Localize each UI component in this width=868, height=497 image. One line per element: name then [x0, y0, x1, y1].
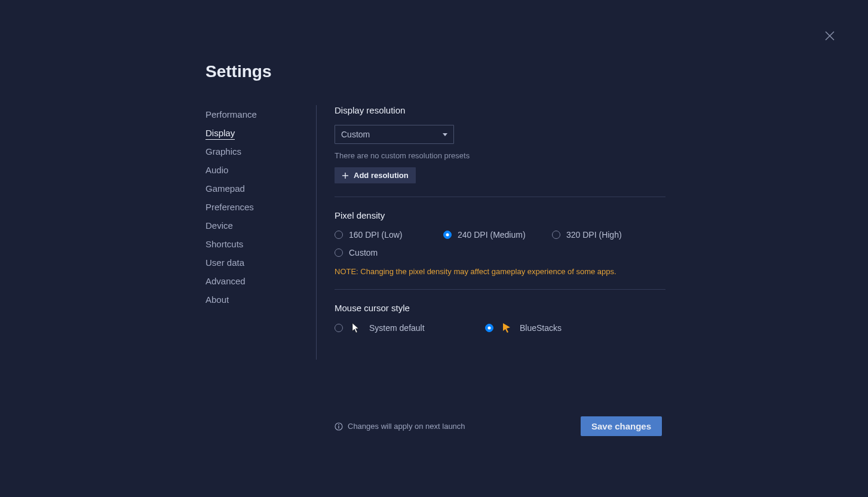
sidebar-item-performance[interactable]: Performance	[206, 105, 304, 124]
pixel-density-note: NOTE: Changing the pixel density may aff…	[335, 267, 665, 276]
cursor-system-icon	[351, 323, 361, 333]
sidebar-item-label: Audio	[206, 165, 228, 175]
info-icon	[335, 422, 343, 431]
sidebar-item-display[interactable]: Display	[206, 124, 304, 142]
sidebar-item-advanced[interactable]: Advanced	[206, 272, 304, 290]
sidebar-item-label: About	[206, 294, 229, 305]
dpi-radio-custom[interactable]: Custom	[335, 248, 443, 257]
sidebar-item-audio[interactable]: Audio	[206, 161, 304, 179]
sidebar-item-gamepad[interactable]: Gamepad	[206, 179, 304, 198]
footer-bar: Changes will apply on next launch Save c…	[335, 416, 662, 436]
sidebar-item-label: Advanced	[206, 276, 246, 286]
radio-label: 320 DPI (High)	[566, 230, 622, 240]
dpi-radio-240[interactable]: 240 DPI (Medium)	[443, 230, 552, 240]
sidebar-item-preferences[interactable]: Preferences	[206, 198, 304, 216]
sidebar-item-device[interactable]: Device	[206, 216, 304, 235]
sidebar-item-label: Device	[206, 220, 233, 231]
pixel-density-label: Pixel density	[335, 210, 665, 220]
caret-down-icon	[443, 133, 447, 136]
save-button-label: Save changes	[591, 421, 651, 431]
resolution-hint: There are no custom resolution presets	[335, 151, 665, 160]
mouse-cursor-section: Mouse cursor style System default	[335, 303, 665, 346]
close-icon	[823, 29, 837, 43]
sidebar-item-user-data[interactable]: User data	[206, 253, 304, 272]
page-title: Settings	[206, 62, 665, 81]
cursor-radio-system-default[interactable]: System default	[335, 323, 485, 333]
sidebar-item-label: User data	[206, 257, 244, 268]
sidebar-item-label: Graphics	[206, 146, 241, 157]
radio-icon	[443, 231, 452, 239]
close-button[interactable]	[823, 29, 837, 43]
sidebar-item-label: Preferences	[206, 202, 254, 212]
radio-icon	[335, 249, 343, 257]
sidebar-item-about[interactable]: About	[206, 290, 304, 309]
cursor-radio-bluestacks[interactable]: BlueStacks	[485, 323, 636, 333]
sidebar-item-graphics[interactable]: Graphics	[206, 142, 304, 161]
cursor-bluestacks-icon	[502, 323, 511, 333]
radio-icon	[335, 324, 343, 332]
sidebar-item-label: Shortcuts	[206, 239, 243, 249]
display-resolution-section: Display resolution Custom There are no c…	[335, 105, 665, 197]
save-changes-button[interactable]: Save changes	[581, 416, 662, 436]
sidebar-item-label: Performance	[206, 109, 257, 119]
radio-label: 160 DPI (Low)	[349, 230, 402, 240]
radio-label: System default	[369, 323, 425, 333]
sidebar-item-label: Gamepad	[206, 183, 245, 194]
radio-label: 240 DPI (Medium)	[458, 230, 526, 240]
display-resolution-label: Display resolution	[335, 105, 665, 115]
pixel-density-section: Pixel density 160 DPI (Low) 240 DPI (Med…	[335, 210, 665, 290]
add-resolution-label: Add resolution	[354, 171, 409, 180]
radio-icon	[552, 231, 560, 239]
sidebar-item-label: Display	[206, 128, 235, 140]
settings-sidebar: Performance Display Graphics Audio Gamep…	[206, 105, 317, 360]
plus-icon	[342, 172, 349, 179]
radio-label: Custom	[349, 248, 378, 257]
svg-point-5	[338, 424, 339, 425]
radio-icon	[485, 324, 493, 332]
resolution-select[interactable]: Custom	[335, 125, 454, 144]
resolution-select-value: Custom	[341, 130, 370, 139]
footer-note: Changes will apply on next launch	[335, 422, 465, 431]
footer-note-text: Changes will apply on next launch	[348, 422, 465, 431]
sidebar-item-shortcuts[interactable]: Shortcuts	[206, 235, 304, 253]
radio-label: BlueStacks	[520, 323, 562, 333]
add-resolution-button[interactable]: Add resolution	[335, 167, 416, 183]
radio-icon	[335, 231, 343, 239]
dpi-radio-320[interactable]: 320 DPI (High)	[552, 230, 661, 240]
mouse-cursor-label: Mouse cursor style	[335, 303, 665, 313]
main-panel: Display resolution Custom There are no c…	[317, 105, 665, 360]
dpi-radio-160[interactable]: 160 DPI (Low)	[335, 230, 443, 240]
